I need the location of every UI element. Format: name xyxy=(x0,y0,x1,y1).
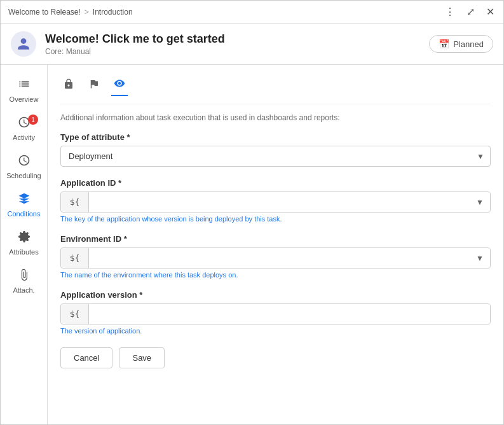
breadcrumb: Welcome to Release! > Introduction xyxy=(8,8,133,17)
sidebar-item-attach[interactable]: Attach. xyxy=(1,262,47,300)
header-info: Welcome! Click me to get started Core: M… xyxy=(45,32,429,56)
application-id-prefix: ${ xyxy=(61,192,89,212)
tab-icons xyxy=(60,75,491,104)
main-layout: Overview 1 Activity Scheduling Conditio xyxy=(1,65,503,424)
sidebar-label-attach: Attach. xyxy=(13,286,34,294)
calendar-icon: 📅 xyxy=(439,39,449,49)
sidebar-label-scheduling: Scheduling xyxy=(6,172,41,179)
type-of-attribute-select[interactable]: Deployment Integration Test Build xyxy=(60,146,491,167)
task-title: Welcome! Click me to get started xyxy=(45,32,429,46)
type-of-attribute-label: Type of attribute * xyxy=(60,132,491,142)
application-id-label: Application ID * xyxy=(60,178,491,188)
task-header: Welcome! Click me to get started Core: M… xyxy=(1,24,503,65)
form-actions: Cancel Save xyxy=(60,347,491,368)
environment-id-hint: The name of the environment where this t… xyxy=(60,271,491,279)
sidebar-item-scheduling[interactable]: Scheduling xyxy=(1,148,47,186)
flag-tab[interactable] xyxy=(86,76,102,95)
sidebar-label-activity: Activity xyxy=(13,134,35,141)
breadcrumb-item-1: Welcome to Release! xyxy=(8,8,81,17)
application-version-label: Application version * xyxy=(60,290,491,300)
close-button[interactable]: ✕ xyxy=(485,4,496,19)
title-bar: Welcome to Release! > Introduction ⋮ ⤢ ✕ xyxy=(1,1,503,24)
type-of-attribute-select-wrapper: Deployment Integration Test Build ▼ xyxy=(60,146,491,167)
sidebar-label-conditions: Conditions xyxy=(8,210,41,218)
application-id-input[interactable] xyxy=(89,192,490,212)
attributes-icon xyxy=(18,230,31,246)
sidebar-label-attributes: Attributes xyxy=(9,248,38,256)
cancel-button[interactable]: Cancel xyxy=(60,347,112,368)
conditions-icon xyxy=(18,192,31,208)
application-id-group: Application ID * ${ ▼ The key of the app… xyxy=(60,178,491,223)
environment-id-label: Environment ID * xyxy=(60,234,491,244)
planned-badge[interactable]: 📅 Planned xyxy=(429,35,493,53)
eye-tab[interactable] xyxy=(111,75,128,96)
expand-button[interactable]: ⤢ xyxy=(465,4,476,19)
title-bar-actions: ⋮ ⤢ ✕ xyxy=(444,4,496,19)
application-id-hint: The key of the application whose version… xyxy=(60,215,491,223)
sidebar-item-overview[interactable]: Overview xyxy=(1,71,47,109)
more-options-button[interactable]: ⋮ xyxy=(444,4,456,19)
content-area: Additional information about task execut… xyxy=(48,65,503,424)
application-version-input[interactable] xyxy=(89,304,490,324)
attach-icon xyxy=(18,268,31,284)
environment-id-input[interactable] xyxy=(89,248,490,268)
environment-id-group: Environment ID * ${ ▼ The name of the en… xyxy=(60,234,491,279)
breadcrumb-separator: > xyxy=(85,8,89,17)
activity-badge: 1 xyxy=(28,115,38,125)
overview-icon xyxy=(18,78,31,94)
breadcrumb-item-2: Introduction xyxy=(93,8,133,17)
application-version-hint: The version of application. xyxy=(60,327,491,335)
task-subtitle: Core: Manual xyxy=(45,47,429,56)
application-version-input-wrapper: ${ xyxy=(60,303,491,324)
application-version-group: Application version * ${ The version of … xyxy=(60,290,491,335)
planned-label: Planned xyxy=(453,39,484,49)
application-id-input-wrapper: ${ ▼ xyxy=(60,192,491,212)
save-button[interactable]: Save xyxy=(119,347,165,368)
type-of-attribute-group: Type of attribute * Deployment Integrati… xyxy=(60,132,491,167)
environment-id-input-wrapper: ${ ▼ xyxy=(60,247,491,268)
sidebar-item-attributes[interactable]: Attributes xyxy=(1,224,47,262)
sidebar-item-conditions[interactable]: Conditions xyxy=(1,186,47,224)
application-version-prefix: ${ xyxy=(61,304,89,324)
description-text: Additional information about task execut… xyxy=(60,113,491,122)
avatar xyxy=(11,31,36,57)
sidebar: Overview 1 Activity Scheduling Conditio xyxy=(1,65,48,424)
lock-tab[interactable] xyxy=(60,76,77,95)
scheduling-icon xyxy=(18,154,31,170)
sidebar-item-activity[interactable]: 1 Activity xyxy=(1,109,47,148)
sidebar-label-overview: Overview xyxy=(10,95,39,103)
environment-id-prefix: ${ xyxy=(61,248,89,268)
